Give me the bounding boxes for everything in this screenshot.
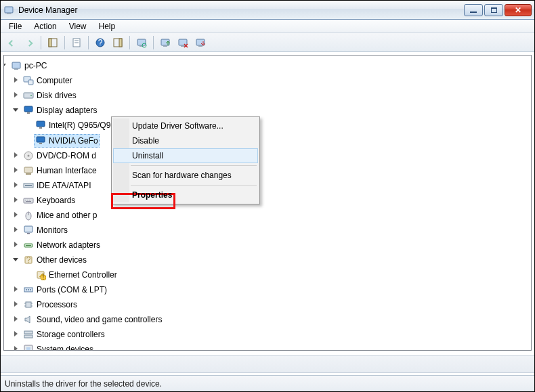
expand-toggle[interactable]: [12, 181, 20, 189]
expand-toggle[interactable]: [12, 91, 20, 99]
node-ports[interactable]: Ports (COM & LPT): [22, 284, 108, 296]
node-computer[interactable]: Computer: [22, 74, 74, 87]
svg-text:?: ?: [98, 38, 103, 47]
nav-back-button[interactable]: [3, 35, 20, 50]
app-icon: [3, 5, 14, 16]
expand-toggle[interactable]: [12, 256, 20, 263]
expand-toggle[interactable]: [12, 77, 20, 84]
ctx-label: Update Driver Software...: [132, 121, 223, 131]
sound-icon: [23, 314, 34, 325]
node-other-devices[interactable]: Other devices: [22, 254, 88, 266]
expand-toggle[interactable]: [12, 106, 20, 114]
tree-root[interactable]: pc-PC: [9, 60, 48, 72]
toolbar: ?: [1, 33, 534, 52]
expand-toggle[interactable]: [12, 211, 20, 219]
ctx-label: Scan for hardware changes: [132, 171, 232, 180]
ctx-update-driver[interactable]: Update Driver Software...: [113, 118, 258, 133]
node-label: Computer: [37, 74, 72, 87]
expand-toggle[interactable]: [3, 62, 7, 69]
node-mice[interactable]: Mice and other p: [22, 209, 98, 221]
node-label: IDE ATA/ATAPI: [37, 179, 91, 192]
node-monitors[interactable]: Monitors: [22, 224, 69, 236]
node-label: Processors: [37, 299, 77, 311]
node-storage[interactable]: Storage controllers: [22, 328, 106, 341]
uninstall-button[interactable]: [175, 35, 191, 50]
svg-rect-52: [119, 39, 122, 47]
node-label: NVIDIA GeFo: [49, 135, 98, 147]
menu-action[interactable]: Action: [28, 21, 62, 32]
node-label: Ports (COM & LPT): [37, 284, 107, 296]
help-button[interactable]: ?: [92, 35, 108, 50]
node-sound[interactable]: Sound, video and game controllers: [22, 313, 163, 326]
network-icon: [23, 240, 34, 251]
display-icon: [35, 120, 46, 131]
node-display-adapters[interactable]: Display adapters: [22, 104, 98, 116]
display-icon: [23, 105, 34, 116]
menu-view[interactable]: View: [64, 21, 92, 32]
node-hid[interactable]: Human Interface: [22, 165, 98, 177]
monitor-icon: [23, 225, 34, 236]
node-ide[interactable]: IDE ATA/ATAPI: [22, 179, 92, 192]
display-icon: [35, 135, 46, 146]
disable-button[interactable]: [192, 35, 209, 50]
nav-forward-button[interactable]: [21, 35, 37, 50]
port-icon: [23, 284, 34, 295]
title-bar: Device Manager ✕: [1, 1, 534, 20]
minimize-button[interactable]: [464, 4, 483, 16]
ctx-scan-hardware[interactable]: Scan for hardware changes: [113, 168, 258, 183]
properties-button[interactable]: [68, 35, 85, 50]
node-label: pc-PC: [24, 60, 47, 72]
update-driver-button[interactable]: [157, 35, 173, 50]
node-label: Ethernet Controller: [49, 269, 117, 281]
node-label: Other devices: [37, 254, 87, 266]
scan-hardware-button[interactable]: [133, 35, 150, 50]
node-network[interactable]: Network adapters: [22, 239, 102, 251]
show-hide-console-button[interactable]: [45, 35, 61, 50]
node-label: Sound, video and game controllers: [37, 313, 162, 326]
node-keyboards[interactable]: Keyboards: [22, 194, 77, 206]
close-button[interactable]: ✕: [505, 4, 532, 16]
node-ethernet-controller[interactable]: Ethernet Controller: [34, 269, 119, 281]
node-label: Human Interface: [37, 165, 97, 177]
storage-icon: [23, 329, 34, 340]
expand-toggle[interactable]: [12, 226, 20, 234]
cpu-icon: [23, 299, 34, 310]
node-dvd[interactable]: DVD/CD-ROM d: [22, 150, 98, 162]
menu-file[interactable]: File: [3, 21, 27, 32]
node-nvidia-display[interactable]: NVIDIA GeFo: [34, 134, 100, 148]
mouse-icon: [23, 210, 34, 221]
warning-device-icon: [35, 269, 46, 280]
maximize-button[interactable]: [484, 4, 503, 16]
node-label: Mice and other p: [37, 209, 97, 221]
computer-icon: [23, 75, 34, 86]
computer-icon: [11, 60, 22, 71]
node-disk-drives[interactable]: Disk drives: [22, 89, 78, 102]
ctx-label: Disable: [132, 136, 159, 146]
expand-toggle[interactable]: [12, 330, 20, 338]
expand-toggle[interactable]: [12, 196, 20, 204]
dvd-icon: [23, 150, 34, 161]
node-label: Keyboards: [37, 194, 75, 206]
ctx-uninstall[interactable]: Uninstall: [113, 148, 258, 163]
other-icon: [23, 255, 34, 265]
status-text: Uninstalls the driver for the selected d…: [5, 379, 162, 389]
expand-toggle[interactable]: [12, 241, 20, 248]
node-system[interactable]: System devices: [22, 343, 95, 351]
node-processors[interactable]: Processors: [22, 299, 79, 311]
ide-icon: [23, 180, 34, 191]
action-pane-button[interactable]: [110, 35, 126, 50]
expand-toggle[interactable]: [12, 167, 20, 174]
expand-toggle[interactable]: [12, 301, 20, 308]
menu-help[interactable]: Help: [93, 21, 121, 32]
expand-toggle[interactable]: [12, 286, 20, 293]
expand-toggle[interactable]: [12, 315, 20, 323]
device-tree[interactable]: pc-PC Computer Disk drives Display adapt…: [3, 55, 532, 351]
ctx-properties[interactable]: Properties: [113, 188, 258, 202]
window-title: Device Manager: [18, 5, 464, 15]
node-label: Monitors: [37, 224, 68, 236]
ctx-label: Uninstall: [132, 151, 163, 160]
expand-toggle[interactable]: [12, 152, 20, 159]
menu-bar: File Action View Help: [1, 20, 534, 33]
expand-toggle[interactable]: [12, 345, 20, 351]
ctx-disable[interactable]: Disable: [113, 133, 258, 148]
